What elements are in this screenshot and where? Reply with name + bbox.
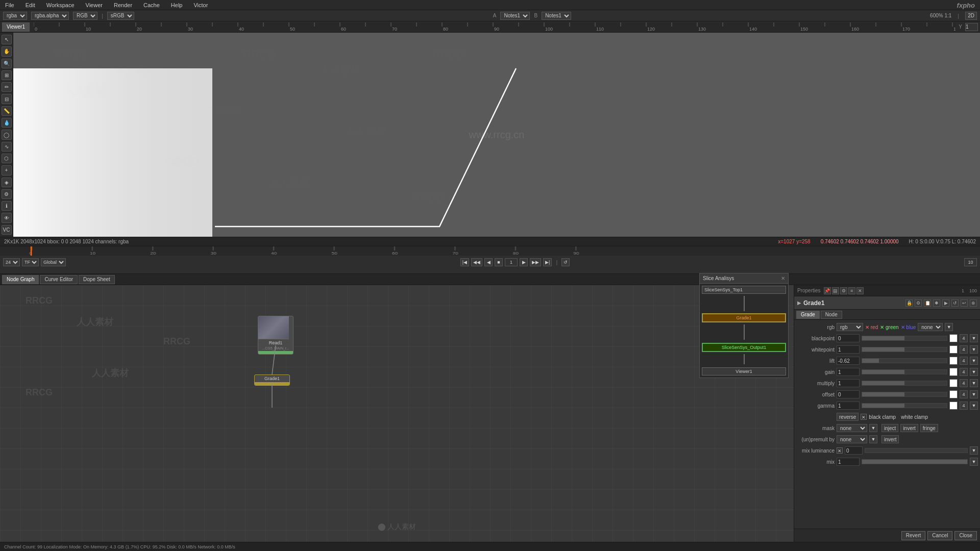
grade-icon7[interactable]: ↩	[961, 299, 968, 307]
eye-tool[interactable]: 👁	[2, 213, 12, 222]
lift-swatch[interactable]	[949, 357, 958, 365]
black-clamp-check[interactable]: ✕	[861, 414, 867, 420]
mix-lum-check[interactable]: ✕	[837, 447, 843, 454]
mode-select[interactable]: RGB	[73, 12, 97, 20]
loop-button[interactable]: ↺	[561, 258, 570, 266]
crop-tool[interactable]: ⊞	[2, 70, 12, 80]
step-back-button[interactable]: ◀◀	[471, 258, 482, 266]
tab-node-graph[interactable]: Node Graph	[2, 275, 39, 284]
tf-select[interactable]: TF	[22, 258, 39, 266]
settings-tool[interactable]: ⚙	[2, 189, 12, 199]
grade-expand-icon[interactable]: ▶	[797, 300, 801, 306]
go-start-button[interactable]: |◀	[460, 258, 469, 266]
menu-help[interactable]: Help	[169, 2, 185, 8]
whitepoint-input[interactable]	[837, 345, 860, 354]
channels-expand-btn[interactable]: ▼	[945, 323, 953, 331]
node-graph-canvas[interactable]: RRCG 人人素材 RRCG 人人素材 RRCG Read1 ...CG5_MA…	[0, 285, 794, 542]
mix-lum-anim-btn[interactable]: ▼	[970, 446, 978, 455]
offset-anim-btn[interactable]: 4	[960, 390, 968, 398]
gain-slider[interactable]	[862, 369, 947, 374]
invert2-button[interactable]: invert	[881, 435, 899, 443]
tab-dope-sheet[interactable]: Dope Sheet	[79, 275, 115, 284]
shape-tool[interactable]: ◯	[2, 130, 12, 139]
blackpoint-slider[interactable]	[862, 336, 947, 341]
view-2d-button[interactable]: 2D	[965, 12, 977, 20]
tab-curve-editor[interactable]: Curve Editor	[40, 275, 78, 284]
play-back-button[interactable]: ◀	[484, 258, 493, 266]
whitepoint-anim-btn[interactable]: 4	[960, 345, 968, 354]
blackpoint-input[interactable]: 0	[837, 334, 860, 342]
grade-icon4[interactable]: ✱	[933, 299, 940, 307]
mix-anim-btn[interactable]: ▼	[970, 458, 978, 466]
multiply-anim-btn[interactable]: 4	[960, 379, 968, 387]
pin-icon[interactable]: 📌	[824, 287, 831, 294]
slice-viewer-node[interactable]: Viewer1	[702, 367, 786, 375]
menu-viewer[interactable]: Viewer	[84, 2, 105, 8]
gamma-anim-btn[interactable]: 4	[960, 402, 968, 410]
premult-select[interactable]: none	[837, 435, 867, 443]
gear2-icon[interactable]: ≡	[848, 287, 855, 294]
slice-grade-node[interactable]: Grade1	[702, 313, 786, 322]
grade-icon2[interactable]: ⚙	[915, 299, 922, 307]
mask-menu-btn[interactable]: ▼	[869, 424, 877, 432]
channels-select[interactable]: rgb rgba red green blue alpha	[837, 323, 863, 331]
grade-disable-icon[interactable]: ⊗	[970, 299, 977, 307]
profile-select[interactable]: sRGB	[107, 12, 134, 20]
colorspace-select[interactable]: rgba	[3, 12, 27, 20]
zoom-tool[interactable]: 🔍	[2, 59, 12, 68]
grade-icon5[interactable]: ▶	[942, 299, 949, 307]
revert-button[interactable]: Revert	[901, 531, 925, 540]
alpha-select[interactable]: rgba.alpha	[31, 12, 69, 20]
channels-none-select[interactable]: none	[918, 323, 943, 331]
go-end-button[interactable]: ▶|	[543, 258, 552, 266]
fps-select[interactable]: 24	[3, 258, 20, 266]
viewer1-tab[interactable]: Viewer1	[2, 22, 30, 32]
gain-input[interactable]	[837, 368, 860, 376]
blackpoint-anim-btn[interactable]: 4	[960, 334, 968, 342]
lift-slider[interactable]	[862, 358, 947, 363]
grade-tab-node[interactable]: Node	[821, 311, 842, 319]
blackpoint-extra-btn[interactable]: ▼	[970, 334, 978, 342]
play-forward-button[interactable]: ▶	[520, 258, 528, 266]
blackpoint-swatch[interactable]	[949, 334, 958, 342]
grade-icon6[interactable]: ↺	[951, 299, 959, 307]
wiper-tool[interactable]: ◈	[2, 178, 12, 187]
mix-lum-slider[interactable]	[865, 448, 968, 453]
multiply-slider[interactable]	[862, 381, 947, 386]
viewer-canvas[interactable]: RRCG 人人素材 RRCG 人人素材 RRCG 人人素材 RRCG 人人素材 …	[13, 33, 980, 237]
slice-close-icon[interactable]: ✕	[781, 276, 785, 281]
multiply-extra-btn[interactable]: ▼	[970, 379, 978, 387]
end-frame-input[interactable]	[964, 258, 977, 266]
lift-input[interactable]: -0.62	[837, 357, 860, 365]
grade1-node[interactable]: Grade1	[254, 374, 290, 386]
lift-extra-btn[interactable]: ▼	[970, 357, 978, 365]
grade-tab-grade[interactable]: Grade	[796, 311, 820, 319]
gain-extra-btn[interactable]: ▼	[970, 368, 978, 376]
menu-file[interactable]: File	[3, 2, 16, 8]
menu-workspace[interactable]: Workspace	[44, 2, 77, 8]
slice-panel-header[interactable]: Slice Analisys ✕	[700, 273, 788, 284]
grade-icon1[interactable]: 🔒	[905, 299, 913, 307]
pan-tool[interactable]: ✋	[2, 46, 12, 56]
color-picker-tool[interactable]: 💧	[2, 118, 12, 128]
fringe-button[interactable]: fringe	[920, 424, 938, 432]
invert-button[interactable]: invert	[900, 424, 918, 432]
multiply-input[interactable]	[837, 379, 860, 387]
slice-node-0[interactable]: SliceSenSys_Top1	[702, 286, 786, 294]
offset-input[interactable]	[837, 390, 860, 398]
multiply-swatch[interactable]	[949, 379, 958, 387]
info-tool[interactable]: ℹ	[2, 201, 12, 211]
mix-lum-input[interactable]	[845, 446, 863, 455]
menu-render[interactable]: Render	[112, 2, 134, 8]
curve-tool[interactable]: ∿	[2, 142, 12, 152]
mask-tool[interactable]: ⬡	[2, 154, 12, 163]
settings-icon[interactable]: ⚙	[840, 287, 847, 294]
gamma-slider[interactable]	[862, 403, 947, 408]
grid-tool[interactable]: ⊟	[2, 94, 12, 104]
arrow-tool[interactable]: ↖	[2, 35, 12, 44]
cancel-button[interactable]: Cancel	[927, 531, 952, 540]
lift-anim-btn[interactable]: 4	[960, 357, 968, 365]
notes-b-select[interactable]: Notes1	[542, 12, 571, 20]
frame-input[interactable]	[505, 258, 518, 266]
measure-tool[interactable]: 📏	[2, 106, 12, 116]
